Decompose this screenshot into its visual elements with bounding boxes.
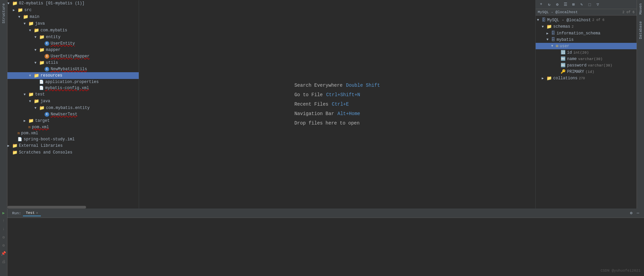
welcome-row-text: Navigation Bar <box>294 111 334 116</box>
bottom-panel: ▶ ↑ ↓ ⚙ ⚙ 📌 🖨 Run: Test ✕ ⚙ — <box>0 209 644 276</box>
bottom-minimize-button[interactable]: — <box>635 210 641 217</box>
tree-label-NewMybatisUtils: NewMybatisUtils <box>51 67 87 72</box>
db-arrow-collations[interactable]: ▶ <box>542 76 546 80</box>
db-tree-item-schemas[interactable]: ▼📁schemas2 <box>536 23 637 30</box>
tree-item-UserEntityMapper[interactable]: IUserEntityMapper <box>7 53 139 59</box>
tree-arrow-mapper[interactable]: ▼ <box>34 48 39 52</box>
settings2-button[interactable]: ⚙ <box>1 242 7 248</box>
db-arrow-mybatis[interactable]: ▼ <box>546 38 551 42</box>
database-side-tab[interactable]: Database <box>638 18 644 43</box>
tree-item-root[interactable]: ▼📁02-mybatis [01-mybatis (1)] <box>7 0 139 7</box>
tree-item-entity[interactable]: ▼📁entity <box>7 34 139 40</box>
db-tree-item-information_schema[interactable]: ▶🗄information_schema <box>536 30 637 36</box>
tree-item-com.mybatis.entity[interactable]: ▼📁com.mybatis.entity <box>7 105 139 111</box>
db-toolbar-btn-6[interactable]: ⬚ <box>586 1 593 8</box>
tree-item-external-libs[interactable]: ▶📁External Libraries <box>7 142 139 149</box>
db-toolbar-btn-4[interactable]: ⊞ <box>570 1 577 8</box>
db-toolbar-btn-3[interactable]: ☰ <box>562 1 569 8</box>
run-up-button[interactable]: ↑ <box>1 218 7 224</box>
db-tree-item-user-table[interactable]: ▼⊞user <box>536 43 637 49</box>
tree-item-target[interactable]: ▶📁target <box>7 117 139 124</box>
db-db-icon: 🗄 <box>551 31 555 36</box>
folder-icon: 📁 <box>18 7 23 13</box>
tree-item-application.properties[interactable]: 📄application.properties <box>7 79 139 85</box>
settings-button[interactable]: ⚙ <box>1 234 7 240</box>
horizontal-scrollbar[interactable] <box>7 206 139 209</box>
tree-label-application.properties: application.properties <box>45 80 99 84</box>
tree-arrow-resources[interactable]: ▼ <box>29 74 34 78</box>
editor-area: Search EverywhereDouble ShiftGo to FileC… <box>139 0 535 209</box>
tree-arrow-target[interactable]: ▶ <box>24 119 28 123</box>
db-col-type-col-name: varchar(30) <box>578 57 603 61</box>
structure-tab[interactable]: Structure <box>1 0 7 27</box>
tree-arrow-entity[interactable]: ▼ <box>34 35 39 39</box>
tree-arrow-src[interactable]: ▶ <box>13 8 18 12</box>
tree-label-root: 02-mybatis [01-mybatis (1)] <box>19 1 84 6</box>
tree-item-main[interactable]: ▼📁main <box>7 13 139 20</box>
tree-item-mapper[interactable]: ▼📁mapper <box>7 47 139 53</box>
tree-item-UserEntity[interactable]: CUserEntity <box>7 40 139 47</box>
db-tree-item-col-id[interactable]: 🔢idint(20) <box>536 49 637 56</box>
tree-item-resources[interactable]: ▼📁resources <box>7 72 139 79</box>
tree-item-com.mybatis[interactable]: ▼📁com.mybatis <box>7 27 139 34</box>
folder-icon: 📁 <box>12 150 18 155</box>
welcome-row-shortcut: Alt+Home <box>338 111 360 116</box>
tree-item-NewUserTest[interactable]: CNewUserTest <box>7 111 139 117</box>
tree-item-NewMybatisUtils[interactable]: CNewMybatisUtils <box>7 66 139 72</box>
db-tree-item-col-password[interactable]: 🔤passwordvarchar(30) <box>536 62 637 68</box>
tree-arrow-java-test[interactable]: ▼ <box>29 100 34 103</box>
db-badge-collations: 270 <box>579 77 585 80</box>
db-tree-item-col-name[interactable]: 🔤namevarchar(30) <box>536 56 637 62</box>
maven-tab[interactable]: Maven <box>638 0 644 18</box>
db-connection-badge: 2 of 6 <box>622 10 635 14</box>
welcome-row-text: Search Everywhere <box>294 83 343 88</box>
db-arrow-mysql-root[interactable]: ▼ <box>537 18 542 22</box>
tree-item-pom-inner.xml[interactable]: mpom.xml <box>7 124 139 130</box>
tree-arrow-external-libs[interactable]: ▶ <box>7 144 12 148</box>
db-toolbar-btn-5[interactable]: ✎ <box>578 1 585 8</box>
tree-item-spring-boot-study.iml[interactable]: 📄spring-boot-study.iml <box>7 136 139 142</box>
tree-arrow-utils[interactable]: ▼ <box>34 61 39 65</box>
db-toolbar-btn-2[interactable]: ⚙ <box>554 1 561 8</box>
db-tree-item-mysql-root[interactable]: ▼🗄MySQL - @localhost2 of 6 <box>536 17 637 23</box>
tree-label-pom-inner.xml: pom.xml <box>32 125 49 130</box>
db-tree-item-collations[interactable]: ▶📁collations270 <box>536 75 637 82</box>
run-pin-button[interactable]: 📌 <box>1 250 7 256</box>
db-tree-item-col-primary[interactable]: 🔑PRIMARY(id) <box>536 68 637 75</box>
db-toolbar-btn-0[interactable]: + <box>538 1 544 8</box>
tree-item-java-test[interactable]: ▼📁java <box>7 98 139 105</box>
tree-item-pom.xml[interactable]: mpom.xml <box>7 130 139 136</box>
run-down-button[interactable]: ↓ <box>1 226 7 232</box>
tree-arrow-java[interactable]: ▼ <box>24 22 28 26</box>
welcome-row: Search EverywhereDouble Shift <box>294 83 380 88</box>
tree-item-scratches[interactable]: 📁Scratches and Consoles <box>7 149 139 156</box>
folder-db-icon: 📁 <box>546 24 552 29</box>
run-play-button[interactable]: ▶ <box>1 210 7 216</box>
far-left-panel: Structure <box>0 0 7 209</box>
tree-arrow-root[interactable]: ▼ <box>7 2 12 5</box>
db-toolbar-btn-7[interactable]: ▽ <box>594 1 601 8</box>
xml-icon: 📄 <box>39 86 44 90</box>
run-print-button[interactable]: 🖨 <box>1 258 7 265</box>
tree-arrow-com.mybatis.entity[interactable]: ▼ <box>34 106 39 110</box>
col-str-db-icon: 🔤 <box>561 63 566 68</box>
db-arrow-information_schema[interactable]: ▶ <box>546 31 551 35</box>
tree-arrow-test[interactable]: ▼ <box>24 93 28 96</box>
test-tab-close[interactable]: ✕ <box>36 211 38 215</box>
tree-item-utils[interactable]: ▼📁utils <box>7 59 139 66</box>
tree-arrow-com.mybatis[interactable]: ▼ <box>29 29 34 32</box>
folder-icon: 📁 <box>39 60 45 65</box>
db-tree-item-mybatis[interactable]: ▼🗄mybatis <box>536 36 637 43</box>
tree-item-mybatis-config.xml[interactable]: 📄mybatis-config.xml <box>7 85 139 91</box>
bottom-settings-button[interactable]: ⚙ <box>628 210 635 217</box>
tree-item-java[interactable]: ▼📁java <box>7 20 139 27</box>
tree-item-src[interactable]: ▶📁src <box>7 7 139 13</box>
db-toolbar-btn-1[interactable]: ↻ <box>546 1 553 8</box>
db-connection-label: MySQL - @localhost <box>538 10 578 14</box>
tree-arrow-main[interactable]: ▼ <box>18 15 23 19</box>
tree-item-test[interactable]: ▼📁test <box>7 91 139 98</box>
bottom-output-area <box>7 218 644 276</box>
db-arrow-schemas[interactable]: ▼ <box>542 25 546 29</box>
test-tab[interactable]: Test ✕ <box>23 210 41 216</box>
db-arrow-user-table[interactable]: ▼ <box>551 44 556 48</box>
